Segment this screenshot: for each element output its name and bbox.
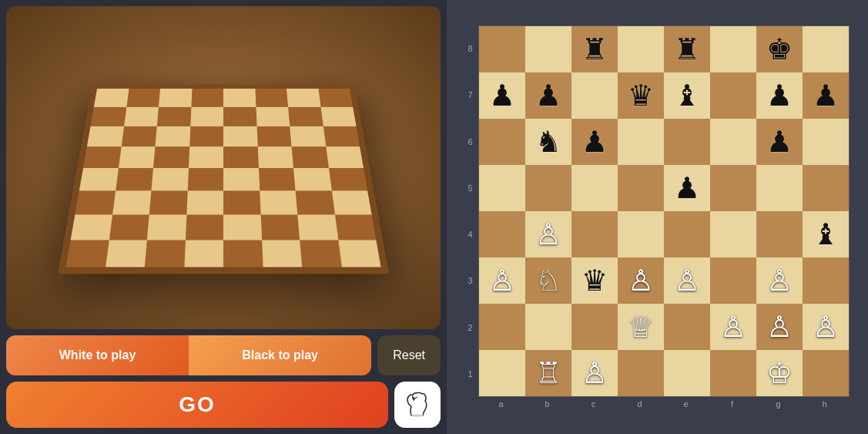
board-3d	[58, 84, 389, 274]
board-cell-g8[interactable]: ♚	[756, 26, 803, 72]
board-cell-a8[interactable]	[479, 26, 525, 72]
board3d-cell	[106, 240, 147, 267]
board3d-cell	[109, 214, 149, 240]
board-cell-e3[interactable]: ♙	[664, 257, 710, 304]
board-cell-g7[interactable]: ♟	[756, 72, 803, 119]
board3d-cell	[223, 146, 259, 168]
board-cell-c4[interactable]	[571, 211, 618, 257]
board-cell-e5[interactable]: ♟	[664, 165, 710, 211]
go-button[interactable]: GO	[6, 382, 388, 428]
board-cell-a6[interactable]	[479, 119, 525, 165]
board3d-cell	[334, 214, 376, 240]
white-to-play-button[interactable]: White to play	[6, 335, 189, 375]
board-cell-b7[interactable]: ♟	[525, 72, 571, 119]
board-cell-d8[interactable]	[618, 26, 664, 72]
board-cell-e8[interactable]: ♜	[664, 26, 710, 72]
board-cell-c2[interactable]	[571, 304, 618, 350]
board-cell-d5[interactable]	[618, 165, 664, 211]
board-cell-h1[interactable]	[803, 350, 849, 396]
board-cell-b5[interactable]	[525, 165, 571, 211]
board3d-cell	[338, 240, 381, 267]
board-cell-a7[interactable]: ♟	[479, 72, 525, 119]
board3d-cell	[149, 190, 188, 214]
board-cell-c1[interactable]: ♙	[571, 350, 618, 396]
board-cell-b1[interactable]: ♖	[525, 350, 571, 396]
board3d-cell	[116, 168, 153, 190]
board-cell-c7[interactable]	[571, 72, 618, 119]
board-cell-c6[interactable]: ♟	[571, 119, 618, 165]
board-cell-h3[interactable]	[803, 257, 849, 304]
board-cell-f8[interactable]	[710, 26, 756, 72]
board-cell-b3[interactable]: ♘	[525, 257, 571, 304]
board-cell-d7[interactable]: ♛	[618, 72, 664, 119]
board3d-cell	[288, 106, 323, 126]
board3d-cell	[223, 190, 260, 214]
board3d-cell	[326, 146, 364, 168]
board-cell-g6[interactable]: ♟	[756, 119, 803, 165]
board-cell-a1[interactable]	[479, 350, 525, 396]
board-cell-b4[interactable]: ♙	[525, 211, 571, 257]
board-cell-g4[interactable]	[756, 211, 803, 257]
board-cell-h4[interactable]: ♝	[803, 211, 849, 257]
board-cell-g2[interactable]: ♙	[756, 304, 803, 350]
board-cell-h2[interactable]: ♙	[803, 304, 849, 350]
board-cell-d2[interactable]: ♕	[618, 304, 664, 350]
board-cell-e4[interactable]	[664, 211, 710, 257]
board-cell-f5[interactable]	[710, 165, 756, 211]
board-cell-f7[interactable]	[710, 72, 756, 119]
board-cell-d6[interactable]	[618, 119, 664, 165]
board-cell-g3[interactable]: ♙	[756, 257, 803, 304]
board3d-cell	[320, 106, 356, 126]
board3d-cell	[223, 168, 260, 190]
board-cell-c3[interactable]: ♛	[571, 257, 618, 304]
board-cell-c8[interactable]: ♜	[571, 26, 618, 72]
board-cell-e7[interactable]: ♝	[664, 72, 710, 119]
board-cell-b2[interactable]	[525, 304, 571, 350]
board-cell-a2[interactable]	[479, 304, 525, 350]
board3d-cell	[300, 240, 341, 267]
board-cell-h7[interactable]: ♟	[803, 72, 849, 119]
board-cell-h6[interactable]	[803, 119, 849, 165]
horse-icon-button[interactable]	[394, 382, 441, 428]
board-cell-f6[interactable]	[710, 119, 756, 165]
rank-label-4: 4	[466, 211, 475, 257]
board-cell-a4[interactable]	[479, 211, 525, 257]
board3d-cell	[185, 214, 223, 240]
rank-label-1: 1	[466, 351, 475, 397]
black-to-play-button[interactable]: Black to play	[189, 335, 371, 375]
board-cell-a3[interactable]: ♙	[479, 257, 525, 304]
board-cell-e2[interactable]	[664, 304, 710, 350]
board-cell-b6[interactable]: ♞	[525, 119, 571, 165]
toggle-group: White to play Black to play	[6, 335, 371, 375]
board-cell-g1[interactable]: ♔	[756, 350, 803, 396]
board-cell-h8[interactable]	[803, 26, 849, 72]
board3d-cell	[287, 89, 320, 107]
file-label-g: g	[756, 399, 802, 409]
board-cell-d3[interactable]: ♙	[618, 257, 664, 304]
board-cell-f3[interactable]	[710, 257, 756, 304]
board-cell-c5[interactable]	[571, 165, 618, 211]
board3d-cell	[151, 168, 188, 190]
board3d-cell	[262, 240, 303, 267]
board-cell-b8[interactable]	[525, 26, 571, 72]
board-cell-f2[interactable]: ♙	[710, 304, 756, 350]
controls-row: White to play Black to play Reset	[6, 335, 441, 375]
board-cell-f1[interactable]	[710, 350, 756, 396]
board-cell-h5[interactable]	[803, 165, 849, 211]
board3d-cell	[119, 146, 156, 168]
board3d-cell	[157, 106, 191, 126]
board-cell-d1[interactable]	[618, 350, 664, 396]
board3d-cell	[223, 240, 263, 267]
board-cell-d4[interactable]	[618, 211, 664, 257]
rank-labels: 12345678	[466, 25, 478, 397]
board-cell-a5[interactable]	[479, 165, 525, 211]
board-cell-e1[interactable]	[664, 350, 710, 396]
board-cell-f4[interactable]	[710, 211, 756, 257]
file-labels: abcdefgh	[466, 397, 850, 409]
board3d-cell	[147, 214, 186, 240]
board3d-cell	[292, 146, 329, 168]
board-cell-e6[interactable]	[664, 119, 710, 165]
reset-button[interactable]: Reset	[377, 335, 441, 375]
board3d-cell	[256, 126, 291, 146]
board-cell-g5[interactable]	[756, 165, 803, 211]
